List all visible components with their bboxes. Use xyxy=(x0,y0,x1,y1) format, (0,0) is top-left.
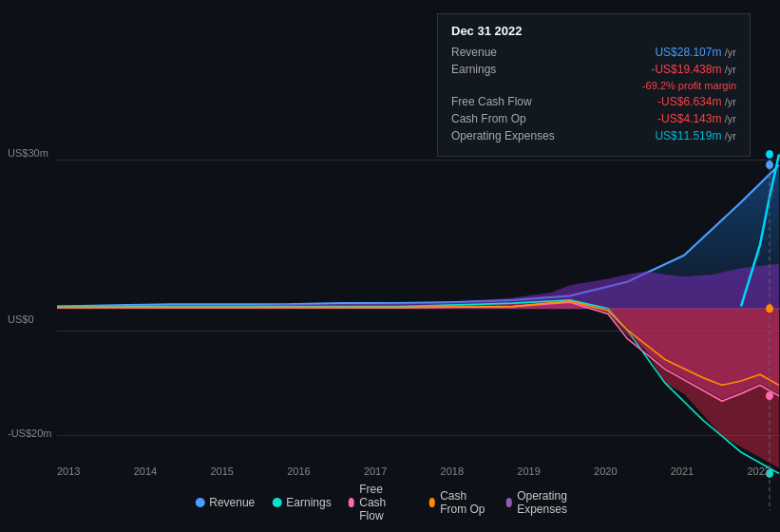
x-label-2016: 2016 xyxy=(287,466,310,477)
tooltip-label-fcf: Free Cash Flow xyxy=(451,95,565,108)
tooltip-title: Dec 31 2022 xyxy=(451,24,736,38)
legend-item-revenue[interactable]: Revenue xyxy=(195,496,255,509)
tooltip-row-margin: -69.2% profit margin xyxy=(451,80,736,91)
tooltip-row-revenue: Revenue US$28.107m /yr xyxy=(451,46,736,59)
tooltip-value-earnings: -US$19.438m /yr xyxy=(651,63,736,76)
svg-point-5 xyxy=(766,391,773,400)
tooltip-row-fcf: Free Cash Flow -US$6.634m /yr xyxy=(451,95,736,108)
tooltip-label-cfo: Cash From Op xyxy=(451,112,565,125)
tooltip-label-earnings: Earnings xyxy=(451,63,565,76)
legend-label-earnings: Earnings xyxy=(286,496,331,509)
legend-label-revenue: Revenue xyxy=(209,496,255,509)
legend-dot-fcf xyxy=(349,498,355,507)
svg-point-3 xyxy=(766,150,773,159)
tooltip-value-opex: US$11.519m /yr xyxy=(655,129,736,142)
legend-item-opex[interactable]: Operating Expenses xyxy=(506,489,585,516)
tooltip-value-revenue: US$28.107m /yr xyxy=(655,46,736,59)
legend-label-fcf: Free Cash Flow xyxy=(359,483,411,522)
tooltip-row-earnings: Earnings -US$19.438m /yr xyxy=(451,63,736,76)
legend: Revenue Earnings Free Cash Flow Cash Fro… xyxy=(195,483,585,522)
x-label-2020: 2020 xyxy=(594,466,617,477)
tooltip-row-opex: Operating Expenses US$11.519m /yr xyxy=(451,129,736,142)
legend-item-fcf[interactable]: Free Cash Flow xyxy=(349,483,412,522)
x-label-2014: 2014 xyxy=(134,466,157,477)
legend-dot-earnings xyxy=(272,498,281,507)
legend-dot-opex xyxy=(506,498,513,507)
x-label-2017: 2017 xyxy=(364,466,387,477)
legend-dot-revenue xyxy=(195,498,204,507)
tooltip-label-opex: Operating Expenses xyxy=(451,129,565,142)
legend-dot-cfo xyxy=(429,498,436,507)
tooltip-value-cfo: -US$4.143m /yr xyxy=(657,112,736,125)
profit-margin: -69.2% profit margin xyxy=(642,80,736,91)
legend-item-earnings[interactable]: Earnings xyxy=(272,496,331,509)
legend-item-cfo[interactable]: Cash From Op xyxy=(429,489,489,516)
x-label-2021: 2021 xyxy=(671,466,694,477)
tooltip-label-revenue: Revenue xyxy=(451,46,565,59)
svg-point-2 xyxy=(766,161,773,169)
x-label-2019: 2019 xyxy=(517,466,540,477)
tooltip-row-cfo: Cash From Op -US$4.143m /yr xyxy=(451,112,736,125)
x-label-2018: 2018 xyxy=(441,466,464,477)
x-axis: 2013 2014 2015 2016 2017 2018 2019 2020 … xyxy=(57,466,770,477)
tooltip-box: Dec 31 2022 Revenue US$28.107m /yr Earni… xyxy=(437,13,751,157)
legend-label-cfo: Cash From Op xyxy=(440,489,488,516)
x-label-2015: 2015 xyxy=(210,466,233,477)
x-label-2013: 2013 xyxy=(57,466,80,477)
x-label-2022: 2022 xyxy=(747,466,770,477)
svg-point-4 xyxy=(766,304,773,313)
chart-container: Dec 31 2022 Revenue US$28.107m /yr Earni… xyxy=(0,0,780,532)
tooltip-value-fcf: -US$6.634m /yr xyxy=(657,95,736,108)
legend-label-opex: Operating Expenses xyxy=(517,489,585,516)
